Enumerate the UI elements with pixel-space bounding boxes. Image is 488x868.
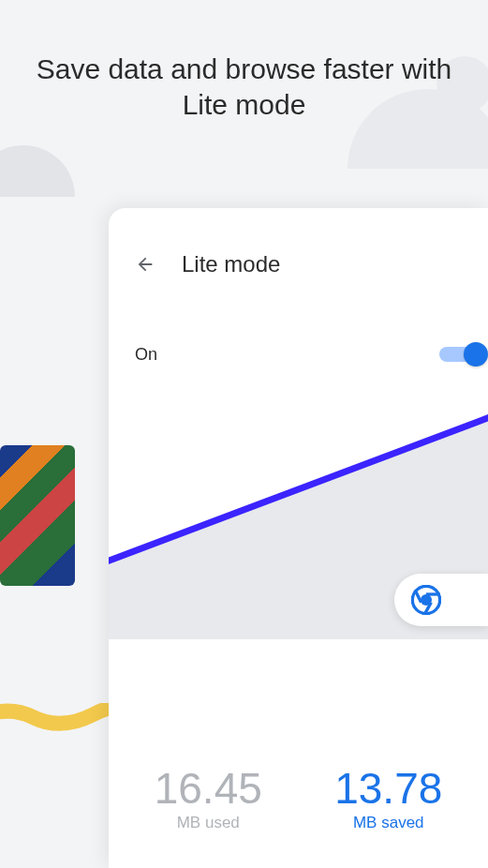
decorative-image-patch: [0, 445, 75, 586]
promo-heading: Save data and browse faster with Lite mo…: [0, 52, 488, 122]
decorative-yellow-stripe: [0, 703, 122, 731]
chrome-chip[interactable]: [394, 574, 488, 626]
stat-used: 16.45 MB used: [155, 767, 262, 832]
lite-mode-toggle[interactable]: [439, 341, 488, 367]
card-title: Lite mode: [182, 251, 280, 277]
stats-row: 16.45 MB used 13.78 MB saved: [109, 767, 488, 832]
stat-saved-value: 13.78: [334, 767, 442, 810]
decorative-cloud-left: [0, 145, 75, 197]
chrome-icon: [411, 585, 441, 615]
toggle-label: On: [135, 345, 157, 365]
stat-used-value: 16.45: [155, 767, 262, 810]
stat-saved: 13.78 MB saved: [334, 767, 442, 832]
card-header: Lite mode: [109, 208, 488, 287]
toggle-row: On: [109, 287, 488, 367]
back-button[interactable]: [135, 254, 155, 275]
lite-mode-card: Lite mode On 16.45 MB used 13.78 MB: [109, 208, 488, 868]
stat-saved-label: MB saved: [334, 814, 442, 832]
toggle-thumb: [464, 342, 488, 367]
stat-used-label: MB used: [155, 814, 262, 832]
arrow-left-icon: [135, 254, 155, 275]
